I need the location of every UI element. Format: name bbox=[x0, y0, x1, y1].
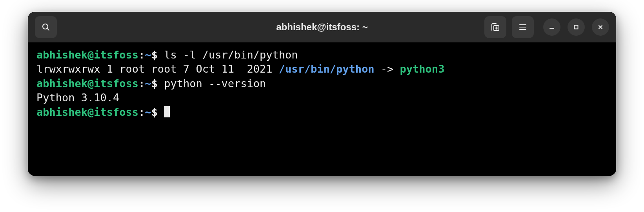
prompt-user: abhishek@itsfoss bbox=[36, 106, 138, 118]
command-text: ls -l /usr/bin/python bbox=[164, 49, 298, 61]
prompt-path: ~ bbox=[145, 106, 151, 118]
prompt-colon: : bbox=[138, 106, 145, 118]
symlink-target: python3 bbox=[400, 63, 445, 75]
prompt-colon: : bbox=[138, 49, 145, 61]
prompt-dollar: $ bbox=[151, 77, 164, 90]
titlebar-button-group bbox=[484, 16, 534, 38]
maximize-icon bbox=[573, 24, 579, 30]
search-icon bbox=[41, 22, 51, 32]
prompt-user: abhishek@itsfoss bbox=[36, 49, 138, 61]
terminal-line: abhishek@itsfoss:~$ python --version bbox=[36, 77, 266, 90]
window-title: abhishek@itsfoss: ~ bbox=[276, 22, 367, 33]
prompt-colon: : bbox=[138, 77, 145, 90]
symlink-path: /usr/bin/python bbox=[279, 63, 375, 75]
terminal-line: lrwxrwxrwx 1 root root 7 Oct 11 2021 /us… bbox=[36, 63, 444, 75]
new-tab-button[interactable] bbox=[484, 16, 506, 38]
output-text: Python 3.10.4 bbox=[36, 91, 119, 104]
minimize-button[interactable] bbox=[543, 18, 560, 36]
close-icon bbox=[597, 24, 604, 30]
cursor bbox=[164, 106, 170, 117]
titlebar-left bbox=[35, 16, 57, 38]
window-controls bbox=[543, 18, 609, 36]
svg-point-0 bbox=[43, 24, 48, 29]
close-button[interactable] bbox=[592, 18, 609, 36]
prompt-dollar: $ bbox=[151, 49, 164, 61]
titlebar: abhishek@itsfoss: ~ bbox=[28, 12, 616, 42]
prompt-dollar: $ bbox=[151, 106, 164, 118]
terminal-line: abhishek@itsfoss:~$ bbox=[36, 106, 170, 118]
titlebar-right bbox=[484, 16, 609, 38]
terminal-line: abhishek@itsfoss:~$ ls -l /usr/bin/pytho… bbox=[36, 49, 298, 61]
search-button[interactable] bbox=[35, 16, 57, 38]
command-text: python --version bbox=[164, 77, 266, 90]
prompt-path: ~ bbox=[145, 49, 151, 61]
menu-button[interactable] bbox=[512, 16, 534, 38]
arrow-text: -> bbox=[375, 63, 400, 75]
prompt-user: abhishek@itsfoss bbox=[36, 77, 138, 90]
terminal-body[interactable]: abhishek@itsfoss:~$ ls -l /usr/bin/pytho… bbox=[28, 42, 616, 176]
svg-rect-9 bbox=[575, 26, 578, 29]
prompt-path: ~ bbox=[145, 77, 151, 90]
maximize-button[interactable] bbox=[568, 18, 585, 36]
new-tab-icon bbox=[490, 22, 500, 32]
output-text: lrwxrwxrwx 1 root root 7 Oct 11 2021 bbox=[36, 63, 279, 75]
svg-line-1 bbox=[47, 29, 49, 31]
terminal-window: abhishek@itsfoss: ~ bbox=[28, 12, 616, 176]
terminal-line: Python 3.10.4 bbox=[36, 91, 119, 104]
minimize-icon bbox=[549, 24, 555, 30]
hamburger-icon bbox=[518, 23, 527, 31]
